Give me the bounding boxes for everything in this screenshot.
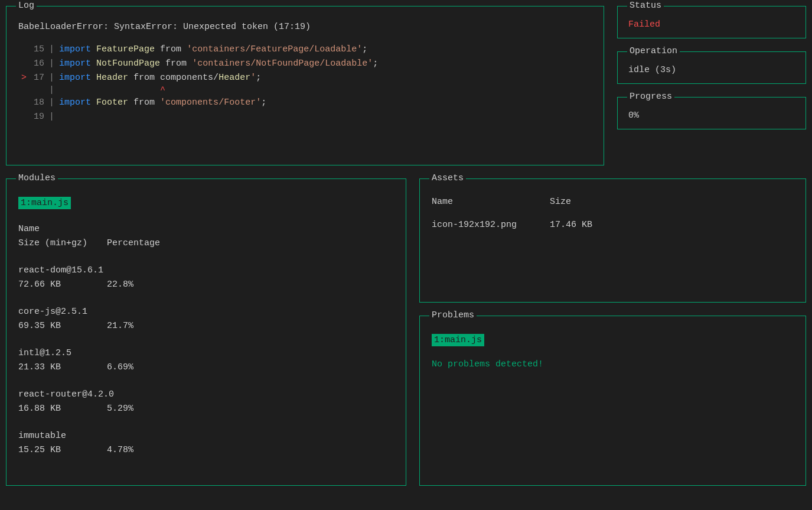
problems-panel: Problems 1:main.js No problems detected! xyxy=(419,316,806,486)
module-row: react-dom@15.6.1 72.66 KB22.8% xyxy=(18,264,394,292)
progress-value: 0% xyxy=(628,111,795,121)
log-panel: Log BabelLoaderError: SyntaxError: Unexp… xyxy=(6,6,604,165)
operation-value: idle (3s) xyxy=(628,65,795,75)
modules-badge[interactable]: 1:main.js xyxy=(18,197,71,209)
module-row: immutable 15.25 KB4.78% xyxy=(18,429,394,457)
module-row: intl@1.2.5 21.33 KB6.69% xyxy=(18,346,394,375)
code-line-19: 19| xyxy=(18,110,592,124)
status-title: Status xyxy=(627,1,664,11)
module-row: core-js@2.5.1 69.35 KB21.7% xyxy=(18,305,394,333)
modules-title: Modules xyxy=(16,173,58,183)
code-line-16: 16|import NotFoundPage from 'containers/… xyxy=(18,57,592,71)
log-title: Log xyxy=(16,1,37,11)
status-value: Failed xyxy=(628,20,795,30)
operation-title: Operation xyxy=(627,46,680,56)
progress-title: Progress xyxy=(627,92,674,102)
modules-panel: Modules 1:main.js Name Size (min+gz)Perc… xyxy=(6,178,406,486)
assets-headers: NameSize xyxy=(432,197,794,207)
progress-panel: Progress 0% xyxy=(617,97,806,129)
assets-title: Assets xyxy=(429,173,466,183)
log-error-header: BabelLoaderError: SyntaxError: Unexpecte… xyxy=(18,22,592,32)
operation-panel: Operation idle (3s) xyxy=(617,51,806,84)
code-line-18: 18|import Footer from 'components/Footer… xyxy=(18,96,592,110)
code-line-17: >17|import Header from components/Header… xyxy=(18,71,592,85)
problems-badge[interactable]: 1:main.js xyxy=(432,334,484,346)
modules-headers: Name Size (min+gz)Percentage xyxy=(18,222,394,251)
status-panel: Status Failed xyxy=(617,6,806,38)
code-caret-line: |import Header from ^ xyxy=(18,85,592,96)
problems-title: Problems xyxy=(429,310,477,320)
code-line-15: 15|import FeaturePage from 'containers/F… xyxy=(18,43,592,57)
asset-row: icon-192x192.png17.46 KB xyxy=(432,220,794,230)
module-row: react-router@4.2.0 16.88 KB5.29% xyxy=(18,388,394,416)
problems-message: No problems detected! xyxy=(432,359,794,369)
assets-panel: Assets NameSize icon-192x192.png17.46 KB xyxy=(419,178,806,303)
